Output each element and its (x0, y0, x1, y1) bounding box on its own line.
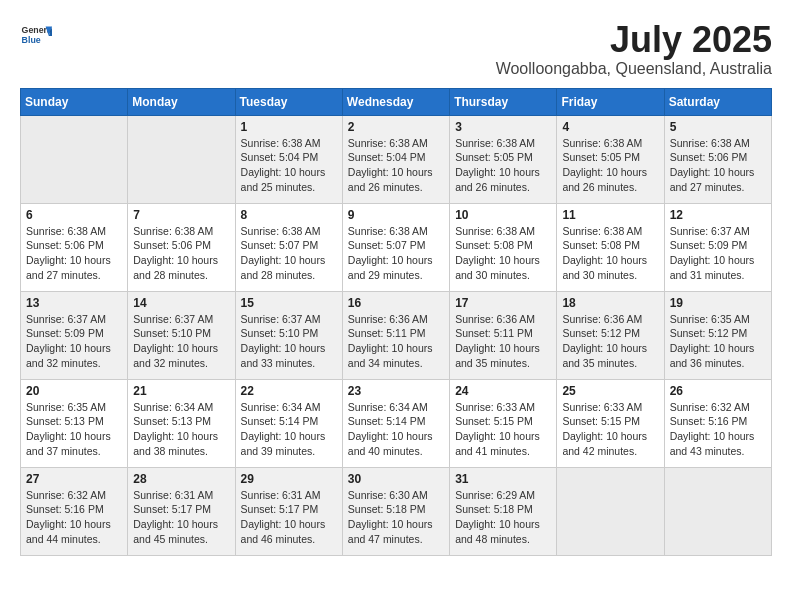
header-wednesday: Wednesday (342, 88, 449, 115)
table-row: 23Sunrise: 6:34 AM Sunset: 5:14 PM Dayli… (342, 379, 449, 467)
weekday-header-row: Sunday Monday Tuesday Wednesday Thursday… (21, 88, 772, 115)
table-row: 5Sunrise: 6:38 AM Sunset: 5:06 PM Daylig… (664, 115, 771, 203)
day-info: Sunrise: 6:38 AM Sunset: 5:07 PM Dayligh… (348, 224, 444, 283)
calendar-week-row: 1Sunrise: 6:38 AM Sunset: 5:04 PM Daylig… (21, 115, 772, 203)
day-info: Sunrise: 6:34 AM Sunset: 5:14 PM Dayligh… (348, 400, 444, 459)
table-row: 1Sunrise: 6:38 AM Sunset: 5:04 PM Daylig… (235, 115, 342, 203)
table-row: 18Sunrise: 6:36 AM Sunset: 5:12 PM Dayli… (557, 291, 664, 379)
day-info: Sunrise: 6:38 AM Sunset: 5:05 PM Dayligh… (562, 136, 658, 195)
table-row: 8Sunrise: 6:38 AM Sunset: 5:07 PM Daylig… (235, 203, 342, 291)
table-row: 10Sunrise: 6:38 AM Sunset: 5:08 PM Dayli… (450, 203, 557, 291)
table-row: 3Sunrise: 6:38 AM Sunset: 5:05 PM Daylig… (450, 115, 557, 203)
header-monday: Monday (128, 88, 235, 115)
svg-text:Blue: Blue (22, 35, 41, 45)
calendar-week-row: 27Sunrise: 6:32 AM Sunset: 5:16 PM Dayli… (21, 467, 772, 555)
day-info: Sunrise: 6:36 AM Sunset: 5:11 PM Dayligh… (348, 312, 444, 371)
header-saturday: Saturday (664, 88, 771, 115)
table-row: 14Sunrise: 6:37 AM Sunset: 5:10 PM Dayli… (128, 291, 235, 379)
day-number: 28 (133, 472, 229, 486)
day-info: Sunrise: 6:37 AM Sunset: 5:09 PM Dayligh… (670, 224, 766, 283)
day-number: 25 (562, 384, 658, 398)
table-row: 26Sunrise: 6:32 AM Sunset: 5:16 PM Dayli… (664, 379, 771, 467)
header-sunday: Sunday (21, 88, 128, 115)
day-info: Sunrise: 6:38 AM Sunset: 5:08 PM Dayligh… (562, 224, 658, 283)
day-info: Sunrise: 6:38 AM Sunset: 5:05 PM Dayligh… (455, 136, 551, 195)
logo-icon: General Blue (20, 20, 52, 52)
day-number: 19 (670, 296, 766, 310)
table-row: 21Sunrise: 6:34 AM Sunset: 5:13 PM Dayli… (128, 379, 235, 467)
day-number: 30 (348, 472, 444, 486)
day-number: 17 (455, 296, 551, 310)
table-row: 9Sunrise: 6:38 AM Sunset: 5:07 PM Daylig… (342, 203, 449, 291)
table-row: 31Sunrise: 6:29 AM Sunset: 5:18 PM Dayli… (450, 467, 557, 555)
table-row: 17Sunrise: 6:36 AM Sunset: 5:11 PM Dayli… (450, 291, 557, 379)
day-number: 20 (26, 384, 122, 398)
calendar-table: Sunday Monday Tuesday Wednesday Thursday… (20, 88, 772, 556)
day-number: 11 (562, 208, 658, 222)
table-row: 13Sunrise: 6:37 AM Sunset: 5:09 PM Dayli… (21, 291, 128, 379)
day-info: Sunrise: 6:37 AM Sunset: 5:10 PM Dayligh… (241, 312, 337, 371)
day-number: 21 (133, 384, 229, 398)
day-info: Sunrise: 6:35 AM Sunset: 5:12 PM Dayligh… (670, 312, 766, 371)
day-number: 14 (133, 296, 229, 310)
day-number: 22 (241, 384, 337, 398)
title-block: July 2025 Woolloongabba, Queensland, Aus… (496, 20, 772, 78)
day-info: Sunrise: 6:38 AM Sunset: 5:06 PM Dayligh… (26, 224, 122, 283)
day-number: 16 (348, 296, 444, 310)
day-info: Sunrise: 6:38 AM Sunset: 5:04 PM Dayligh… (348, 136, 444, 195)
day-info: Sunrise: 6:31 AM Sunset: 5:17 PM Dayligh… (241, 488, 337, 547)
table-row: 25Sunrise: 6:33 AM Sunset: 5:15 PM Dayli… (557, 379, 664, 467)
day-number: 23 (348, 384, 444, 398)
day-number: 29 (241, 472, 337, 486)
page-header: General Blue July 2025 Woolloongabba, Qu… (20, 20, 772, 78)
day-info: Sunrise: 6:38 AM Sunset: 5:07 PM Dayligh… (241, 224, 337, 283)
table-row: 29Sunrise: 6:31 AM Sunset: 5:17 PM Dayli… (235, 467, 342, 555)
table-row (557, 467, 664, 555)
day-info: Sunrise: 6:36 AM Sunset: 5:11 PM Dayligh… (455, 312, 551, 371)
table-row: 2Sunrise: 6:38 AM Sunset: 5:04 PM Daylig… (342, 115, 449, 203)
day-number: 27 (26, 472, 122, 486)
day-info: Sunrise: 6:34 AM Sunset: 5:13 PM Dayligh… (133, 400, 229, 459)
day-info: Sunrise: 6:32 AM Sunset: 5:16 PM Dayligh… (670, 400, 766, 459)
day-number: 18 (562, 296, 658, 310)
day-number: 9 (348, 208, 444, 222)
table-row: 6Sunrise: 6:38 AM Sunset: 5:06 PM Daylig… (21, 203, 128, 291)
day-info: Sunrise: 6:29 AM Sunset: 5:18 PM Dayligh… (455, 488, 551, 547)
day-info: Sunrise: 6:33 AM Sunset: 5:15 PM Dayligh… (455, 400, 551, 459)
day-number: 8 (241, 208, 337, 222)
table-row (21, 115, 128, 203)
table-row (664, 467, 771, 555)
logo: General Blue (20, 20, 52, 52)
table-row (128, 115, 235, 203)
day-number: 26 (670, 384, 766, 398)
header-friday: Friday (557, 88, 664, 115)
day-number: 2 (348, 120, 444, 134)
header-thursday: Thursday (450, 88, 557, 115)
table-row: 19Sunrise: 6:35 AM Sunset: 5:12 PM Dayli… (664, 291, 771, 379)
table-row: 11Sunrise: 6:38 AM Sunset: 5:08 PM Dayli… (557, 203, 664, 291)
day-info: Sunrise: 6:38 AM Sunset: 5:04 PM Dayligh… (241, 136, 337, 195)
day-info: Sunrise: 6:36 AM Sunset: 5:12 PM Dayligh… (562, 312, 658, 371)
day-number: 6 (26, 208, 122, 222)
month-year-title: July 2025 (496, 20, 772, 60)
day-number: 1 (241, 120, 337, 134)
day-number: 31 (455, 472, 551, 486)
table-row: 16Sunrise: 6:36 AM Sunset: 5:11 PM Dayli… (342, 291, 449, 379)
day-number: 13 (26, 296, 122, 310)
day-info: Sunrise: 6:33 AM Sunset: 5:15 PM Dayligh… (562, 400, 658, 459)
table-row: 22Sunrise: 6:34 AM Sunset: 5:14 PM Dayli… (235, 379, 342, 467)
day-info: Sunrise: 6:32 AM Sunset: 5:16 PM Dayligh… (26, 488, 122, 547)
day-info: Sunrise: 6:37 AM Sunset: 5:09 PM Dayligh… (26, 312, 122, 371)
day-info: Sunrise: 6:35 AM Sunset: 5:13 PM Dayligh… (26, 400, 122, 459)
table-row: 4Sunrise: 6:38 AM Sunset: 5:05 PM Daylig… (557, 115, 664, 203)
day-number: 24 (455, 384, 551, 398)
table-row: 28Sunrise: 6:31 AM Sunset: 5:17 PM Dayli… (128, 467, 235, 555)
header-tuesday: Tuesday (235, 88, 342, 115)
table-row: 30Sunrise: 6:30 AM Sunset: 5:18 PM Dayli… (342, 467, 449, 555)
day-number: 4 (562, 120, 658, 134)
table-row: 24Sunrise: 6:33 AM Sunset: 5:15 PM Dayli… (450, 379, 557, 467)
location-subtitle: Woolloongabba, Queensland, Australia (496, 60, 772, 78)
calendar-week-row: 6Sunrise: 6:38 AM Sunset: 5:06 PM Daylig… (21, 203, 772, 291)
day-info: Sunrise: 6:38 AM Sunset: 5:08 PM Dayligh… (455, 224, 551, 283)
calendar-week-row: 13Sunrise: 6:37 AM Sunset: 5:09 PM Dayli… (21, 291, 772, 379)
